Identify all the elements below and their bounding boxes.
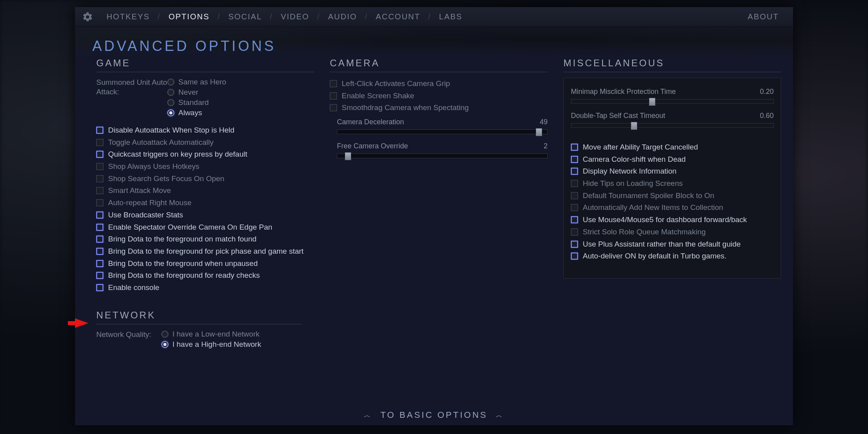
misc-check-display-network-information[interactable]: Display Network Information [571,165,774,178]
nav-separator: / [267,12,276,21]
nav-separator: / [314,12,324,21]
camera-check-smoothdrag-camera-when-spectating[interactable]: Smoothdrag Camera when Spectating [330,102,548,114]
game-check-enable-spectator-override-camera-on-edge[interactable]: Enable Spectator Override Camera On Edge… [96,221,314,234]
checkbox-icon [96,260,103,267]
slider-thumb[interactable] [631,122,637,130]
check-label: Enable Screen Shake [342,91,414,101]
checkbox-icon [96,211,103,219]
game-check-disable-autoattack-when-stop-is-held[interactable]: Disable Autoattack When Stop is Held [96,124,314,137]
check-label: Bring Dota to the foreground when unpaus… [108,259,258,269]
camera-check-left-click-activates-camera-grip[interactable]: Left-Click Activates Camera Grip [330,78,548,90]
misc-check-auto-deliver-on-by-default-in-turbo-game[interactable]: Auto-deliver ON by default in Turbo game… [571,250,774,262]
checkbox-icon [96,248,103,255]
summoned-option-standard[interactable]: Standard [167,98,226,107]
game-check-bring-dota-to-the-foreground-on-match-fo[interactable]: Bring Dota to the foreground on match fo… [96,233,314,245]
camera-check-enable-screen-shake[interactable]: Enable Screen Shake [330,90,548,102]
game-check-bring-dota-to-the-foreground-when-unpaus[interactable]: Bring Dota to the foreground when unpaus… [96,258,314,270]
checkbox-icon [571,216,578,223]
check-label: Camera Color-shift when Dead [583,155,686,165]
misc-check-automatically-add-new-items-to-collectio[interactable]: Automatically Add New Items to Collectio… [571,202,774,214]
game-check-use-broadcaster-stats[interactable]: Use Broadcaster Stats [96,209,314,221]
game-check-toggle-autoattack-automatically[interactable]: Toggle Autoattack Automatically [96,137,314,149]
summoned-option-always[interactable]: Always [167,108,226,117]
radio-icon [161,341,168,348]
checkbox-icon [96,199,103,206]
checkbox-icon [571,168,578,175]
summoned-auto-attack-group: Summoned Unit Auto Attack: Same as HeroN… [96,78,314,117]
nav-separator: / [155,12,164,21]
checkbox-icon [571,156,578,163]
slider-track[interactable] [571,123,774,128]
nav-social[interactable]: SOCIAL [224,12,267,21]
network-option-i-have-a-low-end-network[interactable]: I have a Low-end Network [161,330,261,339]
bottom-link-label: TO BASIC OPTIONS [380,410,487,420]
slider-track[interactable] [571,99,774,104]
game-check-auto-repeat-right-mouse[interactable]: Auto-repeat Right Mouse [96,197,314,209]
game-check-quickcast-triggers-on-key-press-by-defau[interactable]: Quickcast triggers on key press by defau… [96,148,314,161]
nav-separator: / [362,12,371,21]
misc-check-camera-color-shift-when-dead[interactable]: Camera Color-shift when Dead [571,153,774,166]
check-label: Shop Search Gets Focus On Open [108,174,224,184]
nav-labs[interactable]: LABS [434,12,467,21]
slider-label: Double-Tap Self Cast Timeout [571,112,665,120]
checkbox-icon [96,151,103,158]
settings-panel: HOTKEYS/OPTIONS/SOCIAL/VIDEO/AUDIO/ACCOU… [75,7,793,425]
misc-check-move-after-ability-target-cancelled[interactable]: Move after Ability Target Cancelled [571,141,774,153]
page-title: ADVANCED OPTIONS [75,27,793,54]
misc-check-default-tournament-spoiler-block-to-on[interactable]: Default Tournament Spoiler Block to On [571,190,774,202]
game-check-shop-always-uses-hotkeys[interactable]: Shop Always Uses Hotkeys [96,161,314,173]
radio-icon [167,79,174,86]
checkbox-icon [571,228,578,236]
checkbox-icon [330,92,337,99]
section-title-game: GAME [96,58,314,72]
slider-thumb[interactable] [536,128,542,136]
section-title-camera: CAMERA [330,58,548,72]
nav-options[interactable]: OPTIONS [164,12,214,21]
game-check-bring-dota-to-the-foreground-for-pick-ph[interactable]: Bring Dota to the foreground for pick ph… [96,245,314,258]
misc-check-use-mouse4-mouse5-for-dashboard-forward-[interactable]: Use Mouse4/Mouse5 for dashboard forward/… [571,214,774,226]
check-label: Bring Dota to the foreground on match fo… [108,234,256,244]
slider-thumb[interactable] [649,98,655,106]
checkbox-icon [571,253,578,260]
checkbox-icon [571,241,578,248]
check-label: Left-Click Activates Camera Grip [342,79,450,89]
checkbox-icon [571,144,578,151]
radio-label: I have a Low-end Network [172,330,260,339]
check-label: Move after Ability Target Cancelled [583,142,698,152]
summoned-option-same-as-hero[interactable]: Same as Hero [167,78,226,86]
nav-separator: / [425,12,434,21]
checkbox-icon [330,80,337,87]
slider-label: Camera Deceleration [337,118,404,126]
check-label: Enable Spectator Override Camera On Edge… [108,223,272,232]
game-check-shop-search-gets-focus-on-open[interactable]: Shop Search Gets Focus On Open [96,173,314,185]
slider-track[interactable] [337,129,548,134]
game-check-smart-attack-move[interactable]: Smart Attack Move [96,185,314,197]
summoned-option-never[interactable]: Never [167,88,226,97]
nav-audio[interactable]: AUDIO [323,12,361,21]
check-label: Use Plus Assistant rather than the defau… [583,239,741,249]
slider-thumb[interactable] [345,152,351,160]
network-option-i-have-a-high-end-network[interactable]: I have a High-end Network [161,340,261,349]
misc-check-use-plus-assistant-rather-than-the-defau[interactable]: Use Plus Assistant rather than the defau… [571,238,774,251]
nav-hotkeys[interactable]: HOTKEYS [102,12,155,21]
to-basic-options-button[interactable]: ︿ TO BASIC OPTIONS ︿ [75,405,793,425]
radio-label: Standard [178,98,209,107]
nav-about[interactable]: ABOUT [748,12,786,21]
nav-account[interactable]: ACCOUNT [371,12,425,21]
red-arrow-annotation [68,318,88,329]
nav-video[interactable]: VIDEO [276,12,314,21]
check-label: Bring Dota to the foreground for ready c… [108,271,260,281]
game-check-enable-console[interactable]: Enable console [96,282,314,294]
gear-icon [82,11,93,22]
slider-track[interactable] [337,153,548,158]
radio-label: Same as Hero [178,78,226,86]
misc-check-hide-tips-on-loading-screens[interactable]: Hide Tips on Loading Screens [571,178,774,190]
misc-box: Minimap Misclick Protection Time0.20Doub… [563,78,781,279]
misc-check-strict-solo-role-queue-matchmaking[interactable]: Strict Solo Role Queue Matchmaking [571,226,774,238]
check-label: Enable console [108,283,159,293]
game-column: GAME Summoned Unit Auto Attack: Same as … [96,58,314,349]
game-check-bring-dota-to-the-foreground-for-ready-c[interactable]: Bring Dota to the foreground for ready c… [96,269,314,282]
check-label: Bring Dota to the foreground for pick ph… [108,247,303,256]
checkbox-icon [330,104,337,111]
check-label: Use Broadcaster Stats [108,210,183,220]
